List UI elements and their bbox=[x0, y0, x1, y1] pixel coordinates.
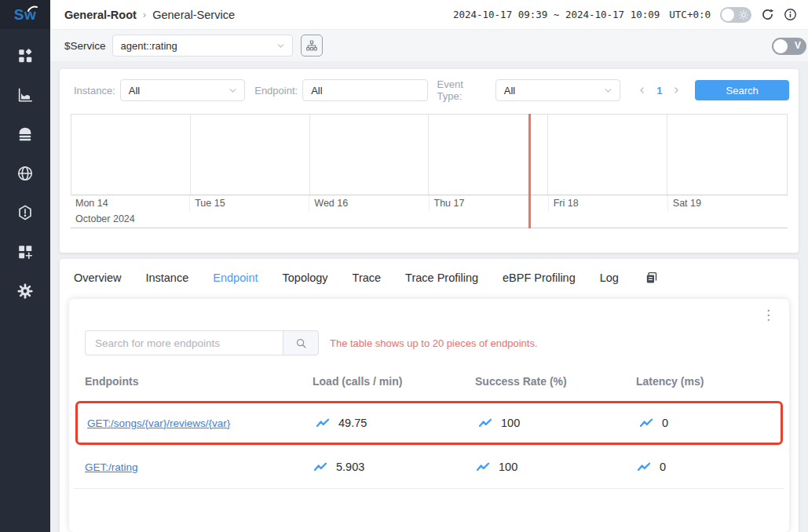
event-type-select-value: All bbox=[504, 85, 515, 97]
trend-line-icon[interactable] bbox=[475, 461, 491, 472]
magnifier-icon bbox=[295, 337, 307, 349]
chevron-down-icon bbox=[276, 41, 286, 51]
endpoint-filter-label: Endpoint: bbox=[254, 85, 298, 97]
time-axis-cell[interactable] bbox=[71, 115, 191, 195]
service-hierarchy-button[interactable] bbox=[301, 35, 323, 56]
theme-toggle[interactable] bbox=[720, 7, 751, 23]
dashboard-grid-icon bbox=[16, 47, 34, 64]
panel-menu-button[interactable]: ⋮ bbox=[757, 305, 780, 325]
endpoint-table-header: Endpoints Load (calls / min) Success Rat… bbox=[69, 365, 789, 398]
version-toggle-knob bbox=[773, 39, 788, 53]
breadcrumb-current: General-Service bbox=[152, 9, 235, 21]
refresh-icon[interactable] bbox=[761, 8, 774, 21]
trend-line-icon[interactable] bbox=[477, 417, 493, 428]
prev-page-button[interactable] bbox=[636, 84, 649, 97]
database-icon bbox=[16, 126, 34, 143]
endpoint-filter-value: All bbox=[311, 85, 322, 97]
endpoint-link[interactable]: GET:/songs/{var}/reviews/{var} bbox=[87, 417, 230, 429]
filter-bar: Instance: All Endpoint: All Event Type: … bbox=[60, 69, 799, 102]
filter-timeline-card: Instance: All Endpoint: All Event Type: … bbox=[60, 69, 799, 253]
endpoint-search-input[interactable] bbox=[85, 330, 283, 355]
time-axis[interactable]: Mon 14 Tue 15 Wed 16 Thu 17 Fri 18 Sat 1… bbox=[71, 114, 788, 228]
service-detail-card: Overview Instance Endpoint Topology Trac… bbox=[60, 259, 799, 532]
time-axis-grid bbox=[71, 114, 788, 195]
next-page-button[interactable] bbox=[670, 84, 682, 97]
main-area: General-Root › General-Service 2024-10-1… bbox=[50, 0, 808, 532]
search-button[interactable]: Search bbox=[695, 80, 789, 100]
current-time-marker[interactable] bbox=[528, 114, 531, 228]
sidebar-item-metrics[interactable] bbox=[0, 75, 50, 115]
app-root: Sw bbox=[0, 0, 808, 532]
day-label: Fri 18 bbox=[549, 195, 668, 212]
column-header-endpoints: Endpoints bbox=[85, 375, 313, 388]
event-type-select[interactable]: All bbox=[495, 79, 620, 101]
tab-trace[interactable]: Trace bbox=[353, 271, 382, 284]
copy-dashboard-button[interactable] bbox=[645, 271, 658, 285]
day-label: Sat 19 bbox=[668, 195, 788, 212]
sidebar-item-alerting[interactable] bbox=[0, 193, 50, 232]
tab-log[interactable]: Log bbox=[600, 271, 619, 284]
tab-instance[interactable]: Instance bbox=[145, 271, 188, 284]
endpoint-filter-input[interactable]: All bbox=[302, 79, 427, 101]
day-label: Tue 15 bbox=[190, 195, 309, 212]
latency-value: 0 bbox=[660, 461, 666, 473]
sitemap-icon bbox=[305, 39, 318, 52]
event-pagination: 1 bbox=[636, 84, 682, 97]
sidebar-item-dashboards[interactable] bbox=[0, 36, 50, 75]
globe-icon bbox=[16, 165, 34, 182]
day-label: Wed 16 bbox=[309, 195, 429, 212]
tab-topology[interactable]: Topology bbox=[283, 271, 328, 284]
month-label: October 2024 bbox=[71, 212, 788, 228]
time-axis-cell[interactable] bbox=[310, 115, 430, 195]
sidebar-item-settings[interactable] bbox=[0, 271, 50, 311]
table-row: GET:/rating 5.903 100 bbox=[74, 445, 784, 488]
trend-line-icon[interactable] bbox=[313, 461, 328, 472]
trend-line-icon[interactable] bbox=[636, 461, 652, 472]
tab-trace-profiling[interactable]: Trace Profiling bbox=[405, 271, 478, 284]
alert-hexagon-icon bbox=[16, 204, 34, 221]
trend-line-icon[interactable] bbox=[638, 417, 654, 428]
sidebar-item-topology[interactable] bbox=[0, 154, 50, 193]
latency-value: 0 bbox=[662, 417, 668, 429]
sidebar-item-marketplace[interactable] bbox=[0, 232, 50, 271]
time-range-picker[interactable]: 2024-10-17 09:39 ~ 2024-10-17 10:09 bbox=[453, 9, 660, 20]
content-area: Instance: All Endpoint: All Event Type: … bbox=[50, 61, 808, 532]
endpoint-link[interactable]: GET:/rating bbox=[85, 461, 138, 473]
sidebar: Sw bbox=[0, 0, 50, 532]
chevron-left-icon bbox=[638, 86, 647, 95]
tab-ebpf-profiling[interactable]: eBPF Profiling bbox=[503, 271, 576, 284]
current-page-number[interactable]: 1 bbox=[656, 85, 662, 97]
logo-swoosh-icon bbox=[27, 5, 38, 12]
column-header-load: Load (calls / min) bbox=[313, 375, 475, 388]
time-axis-cell[interactable] bbox=[667, 115, 787, 195]
chevron-right-icon bbox=[671, 86, 681, 95]
info-icon[interactable] bbox=[784, 8, 797, 21]
sun-icon bbox=[738, 9, 749, 20]
time-axis-cell[interactable] bbox=[191, 115, 310, 195]
tab-endpoint[interactable]: Endpoint bbox=[213, 271, 258, 284]
endpoint-search-button[interactable] bbox=[283, 330, 319, 355]
copy-icon bbox=[645, 271, 658, 285]
column-header-latency: Latency (ms) bbox=[636, 375, 773, 388]
skywalking-logo[interactable]: Sw bbox=[0, 0, 50, 29]
sidebar-item-database[interactable] bbox=[0, 115, 50, 154]
instance-select[interactable]: All bbox=[120, 79, 245, 101]
service-select[interactable]: agent::rating bbox=[112, 35, 293, 56]
day-label: Mon 14 bbox=[71, 195, 190, 212]
version-toggle-label: V bbox=[795, 40, 801, 51]
trend-line-icon[interactable] bbox=[315, 417, 331, 428]
grid-plus-icon bbox=[16, 243, 34, 261]
top-header: General-Root › General-Service 2024-10-1… bbox=[50, 0, 808, 29]
breadcrumb-separator: › bbox=[143, 9, 146, 20]
tab-overview[interactable]: Overview bbox=[74, 271, 121, 284]
version-toggle[interactable]: V bbox=[772, 38, 806, 55]
breadcrumb-root[interactable]: General-Root bbox=[64, 9, 137, 21]
tab-bar: Overview Instance Endpoint Topology Trac… bbox=[60, 259, 799, 291]
time-axis-day-labels: Mon 14 Tue 15 Wed 16 Thu 17 Fri 18 Sat 1… bbox=[71, 195, 788, 212]
service-label: $Service bbox=[64, 40, 106, 52]
endpoint-list-panel: ⋮ The table shows up to 20 pieces of end… bbox=[69, 299, 789, 532]
time-axis-cell[interactable] bbox=[548, 115, 667, 195]
column-header-success-rate: Success Rate (%) bbox=[475, 375, 636, 388]
gear-icon bbox=[16, 282, 34, 300]
table-row-wrap: GET:/rating 5.903 100 bbox=[74, 445, 784, 489]
